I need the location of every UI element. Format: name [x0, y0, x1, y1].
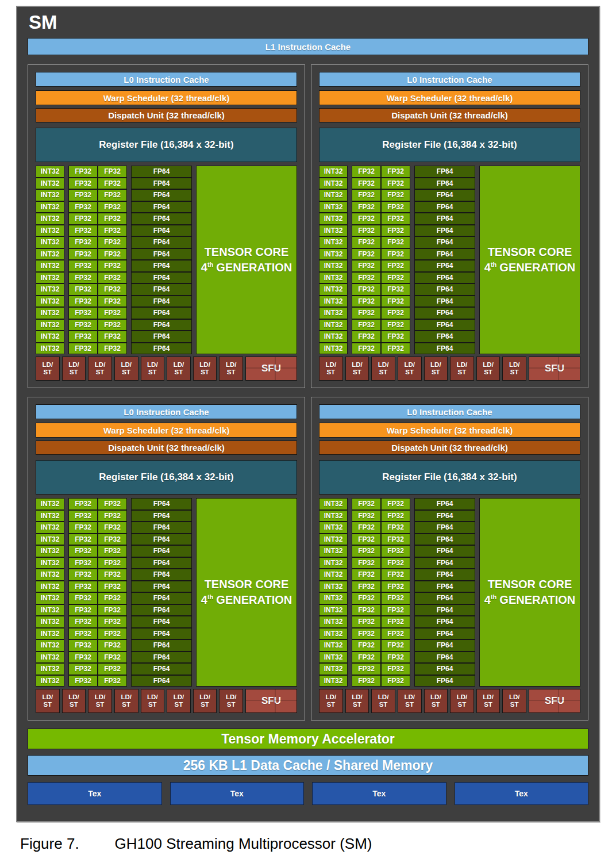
sm-partition: L0 Instruction CacheWarp Scheduler (32 t… [28, 397, 305, 721]
ldst-sfu-row: LD/STLD/STLD/STLD/STLD/STLD/STLD/STLD/ST… [319, 357, 580, 381]
fp64-core-cell: FP64 [415, 249, 475, 260]
fp32-core-cell: FP32 [69, 652, 97, 663]
int32-core-cell: INT32 [319, 676, 347, 687]
fp64-core-cell: FP64 [415, 225, 475, 236]
int32-core-cell: INT32 [36, 569, 64, 580]
ldst-label-bottom: ST [379, 701, 388, 708]
fp64-core-cell: FP64 [132, 569, 191, 580]
fp32-core-cell: FP32 [98, 320, 126, 331]
tensor-core-line2: 4thGENERATION [484, 592, 575, 608]
fp32-core-cell: FP32 [382, 225, 410, 236]
warp-scheduler-bar: Warp Scheduler (32 thread/clk) [319, 90, 580, 105]
fp64-core-cell: FP64 [132, 213, 191, 224]
fp64-core-cell: FP64 [132, 331, 191, 342]
fp32-core-cell: FP32 [98, 522, 126, 533]
int32-core-cell: INT32 [36, 296, 64, 307]
fp32-core-cell: FP32 [98, 178, 126, 189]
tensor-core-generation-ordinal: th [207, 593, 213, 600]
fp32-core-cell: FP32 [352, 213, 380, 224]
fp64-core-cell: FP64 [415, 273, 475, 283]
fp64-core-cell: FP64 [415, 640, 475, 651]
fp64-core-cell: FP64 [415, 343, 475, 354]
fp32-core-cell: FP32 [69, 260, 97, 271]
l0-instruction-cache-bar: L0 Instruction Cache [319, 404, 580, 419]
ldst-label-top: LD/ [326, 361, 337, 369]
fp64-core-cell: FP64 [415, 213, 475, 224]
int32-core-cell: INT32 [36, 331, 64, 342]
fp32-core-cell: FP32 [98, 249, 126, 260]
ldst-unit: LD/ST [219, 689, 243, 713]
fp32-core-cell: FP32 [69, 166, 97, 177]
int32-column: INT32INT32INT32INT32INT32INT32INT32INT32… [36, 166, 64, 354]
tex-unit: Tex [170, 782, 305, 805]
fp32-core-cell: FP32 [382, 558, 410, 569]
ldst-unit: LD/ST [62, 357, 86, 381]
fp64-core-cell: FP64 [415, 676, 475, 687]
fp32-core-cell: FP32 [382, 534, 410, 545]
fp32-core-cell: FP32 [382, 616, 410, 627]
ldst-unit: LD/ST [36, 357, 60, 381]
fp32-core-cell: FP32 [69, 331, 97, 342]
ldst-label-top: LD/ [457, 693, 468, 701]
fp32-core-cell: FP32 [382, 664, 410, 675]
fp64-column: FP64FP64FP64FP64FP64FP64FP64FP64FP64FP64… [131, 498, 192, 687]
fp32-core-cell: FP32 [352, 605, 380, 616]
int32-core-cell: INT32 [36, 499, 64, 509]
fp32-core-cell: FP32 [382, 320, 410, 331]
fp64-core-cell: FP64 [415, 616, 475, 627]
register-file-bar: Register File (16,384 x 32-bit) [319, 128, 580, 162]
ldst-label-bottom: ST [379, 369, 388, 376]
fp32-core-cell: FP32 [382, 652, 410, 663]
fp32-core-cell: FP32 [352, 676, 380, 687]
fp64-core-cell: FP64 [132, 664, 191, 675]
tensor-core-generation-number: 4 [201, 261, 207, 274]
int32-core-cell: INT32 [36, 202, 64, 213]
int32-core-cell: INT32 [36, 664, 64, 675]
int32-core-cell: INT32 [319, 273, 347, 283]
fp32-core-cell: FP32 [352, 593, 380, 604]
sm-partition: L0 Instruction CacheWarp Scheduler (32 t… [311, 397, 588, 721]
tensor-memory-accelerator-bar: Tensor Memory Accelerator [28, 729, 588, 749]
tensor-core-line2: 4thGENERATION [484, 260, 575, 275]
ldst-label-bottom: ST [96, 701, 105, 708]
tensor-core-generation-text: GENERATION [216, 593, 292, 606]
fp32-core-cell: FP32 [352, 190, 380, 201]
ldst-unit: LD/ST [141, 357, 165, 381]
figure-caption-title: GH100 Streaming Multiprocessor (SM) [115, 835, 372, 853]
fp32-core-cell: FP32 [352, 320, 380, 331]
ldst-label-bottom: ST [227, 369, 236, 376]
int32-core-cell: INT32 [319, 534, 347, 545]
ldst-unit: LD/ST [193, 357, 217, 381]
fp32-core-cell: FP32 [382, 260, 410, 271]
l0-instruction-cache-bar: L0 Instruction Cache [36, 404, 297, 419]
int32-core-cell: INT32 [36, 676, 64, 687]
tensor-core-line1: TENSOR CORE [205, 577, 289, 592]
fp64-core-cell: FP64 [415, 534, 475, 545]
ldst-unit: LD/ST [114, 357, 138, 381]
fp32-core-cell: FP32 [382, 213, 410, 224]
sm-partition: L0 Instruction CacheWarp Scheduler (32 t… [28, 64, 305, 388]
warp-scheduler-bar: Warp Scheduler (32 thread/clk) [319, 423, 580, 438]
fp64-core-cell: FP64 [132, 652, 191, 663]
fp32-core-cell: FP32 [98, 558, 126, 569]
int32-core-cell: INT32 [36, 522, 64, 533]
sm-title: SM [28, 7, 588, 38]
fp64-core-cell: FP64 [415, 166, 475, 177]
fp32-core-cell: FP32 [352, 296, 380, 307]
ldst-label-top: LD/ [95, 361, 106, 369]
ldst-label-top: LD/ [147, 361, 158, 369]
tensor-core-generation-number: 4 [484, 593, 491, 606]
fp32-core-cell: FP32 [98, 260, 126, 271]
fp32-core-cell: FP32 [98, 569, 126, 580]
ldst-label-top: LD/ [121, 361, 132, 369]
int32-core-cell: INT32 [36, 213, 64, 224]
int32-core-cell: INT32 [36, 629, 64, 639]
core-grid: INT32INT32INT32INT32INT32INT32INT32INT32… [319, 166, 580, 354]
fp32-core-cell: FP32 [352, 640, 380, 651]
int32-core-cell: INT32 [319, 522, 347, 533]
ldst-label-bottom: ST [122, 701, 130, 708]
ldst-unit: LD/ST [114, 689, 138, 713]
fp32-core-cell: FP32 [69, 629, 97, 639]
ldst-unit: LD/ST [62, 689, 86, 713]
int32-core-cell: INT32 [319, 202, 347, 213]
